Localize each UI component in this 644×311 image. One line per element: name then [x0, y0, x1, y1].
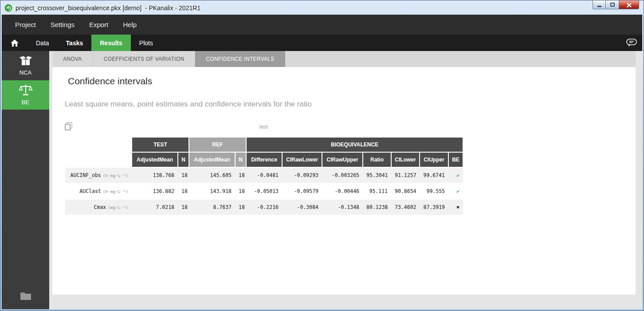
header-test-adjusted-mean: AdjustedMean [132, 152, 178, 167]
test-n-cell: 18 [178, 199, 189, 215]
header-ref-adjusted-mean: AdjustedMean [189, 152, 235, 167]
close-icon [626, 2, 632, 8]
header-parameter: PARAMETER [65, 137, 132, 167]
window-controls [593, 0, 639, 9]
home-button[interactable] [2, 35, 27, 51]
header-ci-upper: CIUpper [420, 152, 448, 167]
test-adjusted-mean-cell: 7.0218 [132, 199, 178, 215]
ci-lower-cell: 73.4602 [391, 199, 420, 215]
tab-strip: ANOVA COEFFICIENTS OF VARIATION CONFIDEN… [52, 51, 636, 67]
ci-lower-cell: 90.8654 [391, 183, 420, 199]
header-ratio: Ratio [363, 152, 391, 167]
test-n-cell: 18 [178, 183, 189, 199]
parameter-unit: (mg·L⁻¹) [108, 205, 128, 210]
header-be: BE [448, 152, 463, 167]
ref-n-cell: 18 [235, 167, 246, 183]
ratio-cell: 95.111 [363, 183, 391, 199]
tab-anova[interactable]: ANOVA [52, 51, 93, 67]
table-row: AUClast(h·mg·L⁻¹) 136.882 18 143.918 18 … [65, 183, 463, 199]
window-title: project_crossover_bioequivalence.pkx [de… [16, 4, 200, 12]
difference-cell: -0.05013 [246, 183, 282, 199]
test-n-cell: 18 [178, 167, 189, 183]
nav-item-tasks[interactable]: Tasks [58, 35, 92, 51]
sidebar-spacer [2, 110, 49, 282]
ci-raw-lower-cell: -0.09293 [282, 167, 322, 183]
ratio-cell: 95.3041 [363, 167, 391, 183]
ci-upper-cell: 99.6741 [420, 167, 448, 183]
minimize-button[interactable] [593, 0, 606, 9]
parameter-unit: (h·mg·L⁻¹) [103, 173, 128, 178]
header-group-ref: REF [189, 137, 246, 152]
app-window: project_crossover_bioequivalence.pkx [de… [0, 0, 644, 311]
header-group-bioequivalence: BIOEQUIVALENCE [246, 137, 463, 152]
maximize-button[interactable] [606, 0, 619, 9]
ratio-cell: 80.1238 [363, 199, 391, 215]
chat-button[interactable] [626, 35, 637, 51]
parameter-unit: (h·mg·L⁻¹) [103, 189, 128, 194]
tab-confidence-intervals[interactable]: CONFIDENCE INTERVALS [195, 51, 285, 67]
table-body: AUCINF_obs(h·mg·L⁻¹) 138.768 18 145.605 … [65, 167, 463, 215]
ref-n-cell: 18 [235, 199, 246, 215]
ci-raw-upper-cell: -0.00446 [322, 183, 363, 199]
difference-cell: -0.0481 [246, 167, 282, 183]
header-group-test: TEST [132, 137, 189, 152]
table-row: AUCINF_obs(h·mg·L⁻¹) 138.768 18 145.605 … [65, 167, 463, 183]
close-button[interactable] [619, 0, 639, 9]
ci-raw-upper-cell: -0.1348 [322, 199, 363, 215]
chat-bubble-icon [626, 39, 637, 47]
menu-item-export[interactable]: Export [89, 21, 108, 28]
page-title: Confidence intervals [68, 76, 636, 87]
ref-adjusted-mean-cell: 8.7637 [189, 199, 235, 215]
title-bar[interactable]: project_crossover_bioequivalence.pkx [de… [2, 0, 642, 15]
project-folder-button[interactable] [2, 282, 49, 309]
sidebar-item-label: BE [22, 99, 29, 106]
header-ci-raw-lower: CIRawLower [282, 152, 322, 167]
ref-n-cell: 18 [235, 183, 246, 199]
be-status-icon: ✔ [448, 167, 463, 183]
table-row: Cmax(mg·L⁻¹) 7.0218 18 8.7637 18 -0.2216… [65, 199, 463, 215]
maximize-icon [610, 3, 615, 7]
balance-scale-icon [19, 84, 33, 96]
folder-icon [20, 291, 31, 300]
ci-raw-lower-cell: -0.3084 [282, 199, 322, 215]
main-area: NCA BE [2, 51, 642, 309]
nav-bar: Data Tasks Results Plots [2, 35, 642, 51]
results-panel: Confidence intervals Least square means,… [52, 67, 636, 295]
ci-upper-cell: 99.555 [420, 183, 448, 199]
ci-upper-cell: 87.3919 [420, 199, 448, 215]
test-adjusted-mean-cell: 138.768 [132, 167, 178, 183]
parameter-cell: Cmax(mg·L⁻¹) [65, 199, 132, 215]
menu-item-settings[interactable]: Settings [51, 21, 75, 28]
table-header: PARAMETER TEST REF BIOEQUIVALENCE Adjust… [65, 137, 463, 167]
header-ref-n: N [235, 152, 246, 167]
tab-coefficients-of-variation[interactable]: COEFFICIENTS OF VARIATION [93, 51, 196, 67]
nav-item-results[interactable]: Results [91, 35, 131, 51]
test-adjusted-mean-cell: 136.882 [132, 183, 178, 199]
menu-bar: Project Settings Export Help [2, 15, 642, 35]
ref-adjusted-mean-cell: 145.605 [189, 167, 235, 183]
sidebar-item-nca[interactable]: NCA [2, 51, 49, 80]
header-ci-raw-upper: CIRawUpper [322, 152, 363, 167]
difference-cell: -0.2216 [246, 199, 282, 215]
sidebar: NCA BE [2, 51, 49, 309]
confidence-intervals-table: PARAMETER TEST REF BIOEQUIVALENCE Adjust… [65, 137, 463, 215]
sidebar-item-be[interactable]: BE [2, 80, 49, 110]
parameter-name: AUClast [79, 188, 101, 194]
page-subtitle: Least square means, point estimates and … [65, 100, 636, 109]
nca-box-icon [19, 55, 33, 66]
menu-item-help[interactable]: Help [123, 21, 137, 28]
parameter-name: AUCINF_obs [71, 172, 101, 178]
table-caption: test [65, 124, 463, 130]
parameter-cell: AUClast(h·mg·L⁻¹) [65, 183, 132, 199]
minimize-icon [597, 6, 601, 7]
header-ci-lower: CILower [391, 152, 420, 167]
menu-item-project[interactable]: Project [15, 21, 36, 28]
nav-item-data[interactable]: Data [27, 35, 58, 51]
be-status-icon: ✔ [448, 183, 463, 199]
parameter-cell: AUCINF_obs(h·mg·L⁻¹) [65, 167, 132, 183]
sidebar-item-label: NCA [20, 69, 31, 76]
header-test-n: N [178, 152, 189, 167]
ci-raw-lower-cell: -0.09579 [282, 183, 322, 199]
nav-item-plots[interactable]: Plots [131, 35, 161, 51]
app-logo-icon [4, 4, 12, 12]
